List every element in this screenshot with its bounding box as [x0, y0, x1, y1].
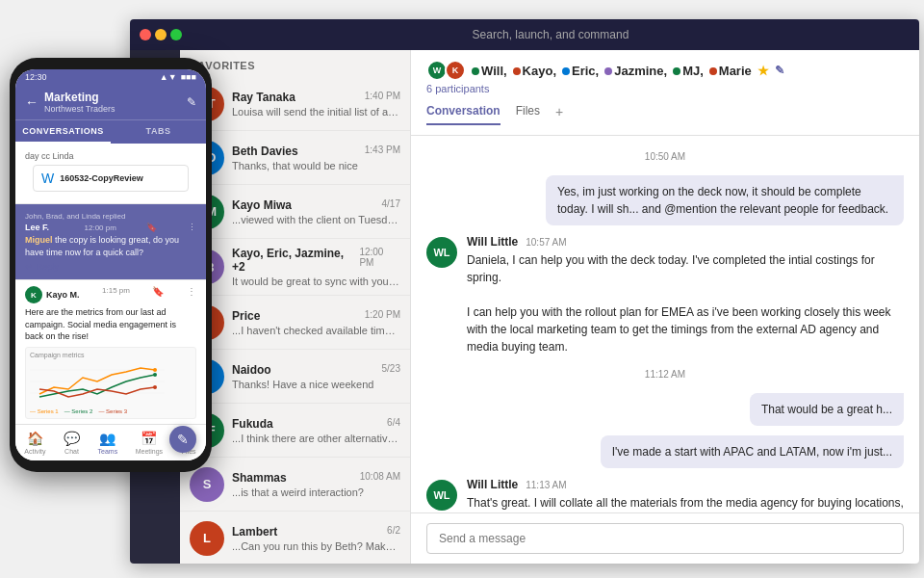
phone-msg-item[interactable]: day cc Linda W 160532-CopyReview	[15, 144, 206, 204]
word-doc-icon: W	[41, 171, 54, 186]
channel-preview: Thanks, that would be nice	[232, 160, 400, 171]
compose-icon[interactable]: ✎	[187, 95, 196, 109]
channel-preview: ...is that a weird interaction?	[232, 486, 400, 498]
flag-icon: 🔖	[152, 286, 164, 303]
channel-list-header: Favorites	[180, 50, 410, 77]
msg-sender: Will Little	[467, 478, 518, 491]
phone-active-msg[interactable]: John, Brad, and Linda replied Lee F. 12:…	[15, 204, 206, 280]
channel-item[interactable]: P Price 1:20 PM ...I haven't checked ava…	[180, 296, 410, 350]
close-btn[interactable]	[140, 29, 151, 40]
message-bubble-right: Yes, im just working on the deck now, it…	[426, 175, 904, 225]
msg-text: Daniela, I can help you with the deck to…	[467, 251, 904, 355]
phone-app-header: ← Marketing Northwest Traders ✎	[15, 85, 206, 119]
msg-sender: Will Little	[467, 235, 518, 249]
campaign-sender-avatar: K	[25, 286, 42, 303]
participant-dot-kayo: Kayo,	[513, 64, 556, 78]
tab-conversations[interactable]: CONVERSATIONS	[15, 120, 111, 144]
chat-input-bar	[411, 512, 919, 564]
bookmark-icon: 🔖	[146, 223, 157, 232]
compose-fab-button[interactable]: ✎	[169, 426, 196, 453]
phone-screen: 12:30 ▲▼ ■■■ ← Marketing Northwest Trade…	[15, 69, 206, 460]
channel-item[interactable]: +3 Kayo, Eric, Jazmine, +2 12:00 PM It w…	[180, 239, 410, 296]
msg-time: 10:57 AM	[526, 237, 566, 248]
channel-name: Price	[232, 309, 260, 323]
tab-tabs[interactable]: TABS	[111, 120, 206, 144]
participants-row: W K Will, Kayo, Eric, Jazmine, MJ, Marie…	[426, 60, 904, 81]
chat-nav-icon: 💬	[64, 431, 80, 446]
channel-name: Beth Davies	[232, 144, 298, 158]
msg-time-label: 12:00 pm	[85, 223, 116, 232]
phone-outer: 12:30 ▲▼ ■■■ ← Marketing Northwest Trade…	[10, 58, 212, 472]
legend-green: — Series 2	[64, 408, 93, 414]
channel-time: 1:40 PM	[365, 91, 400, 104]
nav-meetings-label: Meetings	[136, 448, 163, 455]
titlebar: Search, launch, and command	[130, 19, 919, 50]
file-attachment[interactable]: W 160532-CopyReview	[33, 165, 189, 192]
phone-device: 12:30 ▲▼ ■■■ ← Marketing Northwest Trade…	[10, 58, 212, 472]
channel-item[interactable]: HF Fukuda 6/4 ...I think there are other…	[180, 404, 410, 458]
back-button[interactable]: ←	[25, 94, 38, 110]
channel-item[interactable]: BD Beth Davies 1:43 PM Thanks, that woul…	[180, 131, 410, 185]
channel-time: 4/17	[382, 198, 400, 212]
channel-item[interactable]: S Shammas 10:08 AM ...is that a weird in…	[180, 458, 410, 512]
legend-orange: — Series 1	[30, 408, 59, 414]
channel-name: Kayo, Eric, Jazmine, +2	[232, 247, 359, 274]
file-name: 160532-CopyReview	[60, 173, 143, 183]
maximize-btn[interactable]	[170, 29, 182, 40]
chat-area: W K Will, Kayo, Eric, Jazmine, MJ, Marie…	[411, 50, 919, 564]
timestamp: 10:50 AM	[426, 151, 904, 162]
tab-files[interactable]: Files	[516, 100, 540, 125]
more-icon: ⋮	[188, 223, 196, 232]
phone-messages: day cc Linda W 160532-CopyReview John, B…	[15, 144, 206, 424]
app-body: 🔔 Activity 2 💬 Chat 1 👥 Teams Favorites …	[130, 50, 919, 564]
edit-icon[interactable]: ✎	[775, 64, 784, 77]
phone-channel-subtitle: Northwest Traders	[44, 104, 181, 114]
message-input[interactable]	[426, 523, 904, 554]
message-group: WL Will Little 10:57 AM Daniela, I can h…	[426, 235, 904, 355]
channel-preview: ...viewed with the client on Tuesday, sh…	[232, 214, 400, 225]
phone-nav-meetings[interactable]: 📅 Meetings	[136, 431, 163, 455]
nav-teams-label: Teams	[98, 448, 118, 455]
channel-item[interactable]: N Naidoo 5/23 Thanks! Have a nice weeken…	[180, 350, 410, 404]
phone-nav-teams[interactable]: 👥 Teams	[98, 431, 118, 455]
msg-avatar: WL	[426, 480, 457, 511]
msg-time: 11:13 AM	[526, 480, 566, 490]
minimize-btn[interactable]	[155, 29, 167, 40]
channel-item[interactable]: KM Kayo Miwa 4/17 ...viewed with the cli…	[180, 185, 410, 239]
channel-time: 1:43 PM	[365, 144, 400, 158]
search-placeholder: Search, launch, and command	[473, 28, 629, 41]
phone-nav-home[interactable]: 🏠 Activity	[24, 431, 45, 455]
channel-items-container: RT Ray Tanaka 1:40 PM Louisa will send t…	[180, 77, 410, 564]
signal-icon: ▲▼	[160, 72, 177, 82]
svg-point-5	[153, 385, 157, 389]
channel-time: 5/23	[382, 363, 400, 377]
star-icon[interactable]: ★	[757, 64, 769, 78]
tab-conversation[interactable]: Conversation	[426, 100, 500, 125]
meetings-nav-icon: 📅	[141, 431, 157, 446]
desktop-app-window: Search, launch, and command 🔔 Activity 2…	[130, 19, 919, 564]
channel-time: 10:08 AM	[360, 471, 400, 485]
channel-item[interactable]: RT Ray Tanaka 1:40 PM Louisa will send t…	[180, 77, 410, 131]
channel-item[interactable]: L Lambert 6/2 ...Can you run this by Bet…	[180, 512, 410, 564]
channel-name: Fukuda	[232, 417, 273, 431]
chart-title: Campaign metrics	[30, 352, 192, 358]
channel-preview: Louisa will send the initial list of att…	[232, 106, 400, 118]
add-tab-button[interactable]: +	[555, 100, 563, 125]
svg-point-4	[153, 373, 157, 377]
reply-button[interactable]: ↩ Reply	[25, 262, 196, 272]
channel-preview: ...I think there are other alternatives …	[232, 433, 400, 444]
legend-red: — Series 3	[98, 408, 127, 414]
participant-dot-mj: MJ,	[673, 64, 704, 78]
more-options-icon: ⋮	[187, 286, 196, 303]
phone-campaign-msg[interactable]: K Kayo M. 1:15 pm 🔖 ⋮ Here are the metri…	[15, 280, 206, 424]
channel-preview: ...I haven't checked available times yet	[232, 325, 400, 336]
bubble-text: Yes, im just working on the deck now, it…	[546, 175, 904, 225]
teams-nav-icon: 👥	[99, 431, 116, 446]
channel-preview: ...Can you run this by Beth? Make sure s…	[232, 540, 400, 552]
phone-nav-chat[interactable]: 💬 Chat	[64, 431, 80, 455]
messages-container: 10:50 AM Yes, im just working on the dec…	[411, 136, 919, 512]
nav-chat-label: Chat	[64, 448, 79, 455]
svg-point-3	[153, 368, 157, 372]
search-bar[interactable]: Search, launch, and command	[192, 28, 910, 41]
reply-arrow-icon: ↩	[25, 262, 33, 272]
